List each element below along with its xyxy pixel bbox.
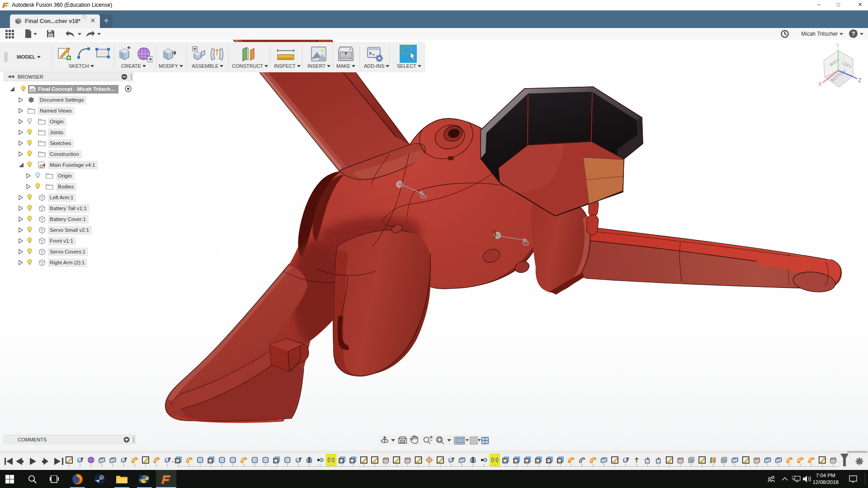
svg-text:?: ? xyxy=(852,30,855,37)
svg-text:Y: Y xyxy=(836,42,840,49)
svg-text:X: X xyxy=(818,81,822,87)
svg-text:Z: Z xyxy=(858,77,861,84)
